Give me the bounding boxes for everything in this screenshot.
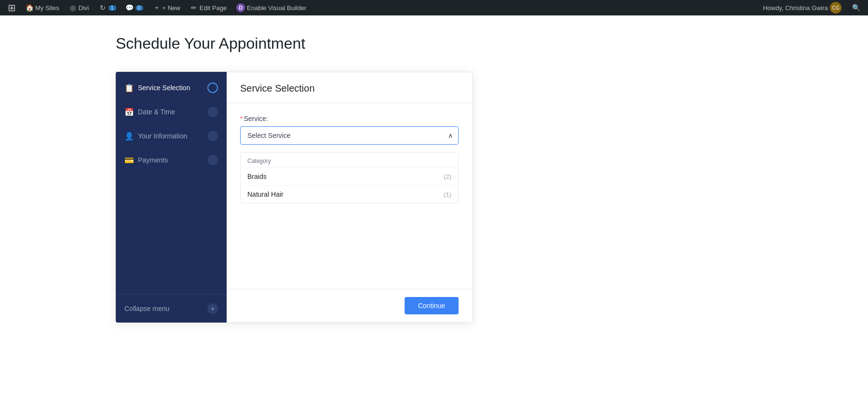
dropdown-category-header: Category [241, 153, 458, 167]
admin-bar-my-sites[interactable]: 🏠 My Sites [22, 0, 63, 15]
payment-icon: 💳 [124, 156, 133, 165]
sidebar-label-info: Your Information [138, 132, 187, 140]
admin-bar-updates[interactable]: ↻ 1 [95, 0, 120, 15]
content-panel: Service Selection *Service: Select Servi… [227, 72, 473, 323]
date-time-icon: 📅 [124, 108, 133, 117]
wp-logo-icon[interactable]: ⊞ [4, 2, 20, 14]
updates-icon: ↻ [99, 4, 107, 12]
pencil-icon: ✏ [190, 4, 198, 12]
service-field-label: *Service: [240, 115, 459, 122]
service-selection-icon: 📋 [124, 83, 133, 93]
admin-bar-new[interactable]: ＋ + New [149, 0, 184, 15]
admin-bar-howdy[interactable]: Howdy, Christina Gwira CG [759, 0, 845, 15]
sidebar-item-date-time[interactable]: 📅 Date & Time [116, 100, 227, 124]
step-indicator-4 [207, 155, 218, 165]
admin-bar-visual-builder[interactable]: D Enable Visual Builder [232, 0, 310, 15]
collapse-plus-icon: + [207, 303, 218, 314]
dropdown-item-braids-count: (2) [444, 173, 451, 180]
sidebar-items: 📋 Service Selection 📅 Date & Time 👤 [116, 72, 227, 294]
service-dropdown-list: Category Braids (2) Natural Hair (1) [240, 152, 459, 203]
admin-bar-comments[interactable]: 💬 0 [122, 0, 147, 15]
step-indicator-3 [207, 131, 218, 141]
dropdown-item-natural-hair-label: Natural Hair [247, 190, 284, 198]
comments-icon: 💬 [126, 4, 134, 12]
dropdown-item-natural-hair-count: (1) [444, 191, 451, 198]
admin-bar-left: ⊞ 🏠 My Sites ◎ Divi ↻ 1 💬 0 ＋ + New ✏ Ed… [4, 0, 759, 15]
sidebar: 📋 Service Selection 📅 Date & Time 👤 [116, 72, 227, 323]
sidebar-item-payments[interactable]: 💳 Payments [116, 148, 227, 172]
dropdown-item-natural-hair[interactable]: Natural Hair (1) [241, 185, 458, 203]
content-title: Service Selection [240, 83, 459, 94]
collapse-label: Collapse menu [124, 305, 169, 312]
avatar: CG [830, 2, 841, 14]
sidebar-label-service: Service Selection [138, 84, 190, 92]
admin-bar-right: Howdy, Christina Gwira CG 🔍 [759, 0, 864, 15]
step-indicator-2 [207, 107, 218, 117]
page-title: Schedule Your Appointment [116, 35, 752, 53]
dropdown-item-braids-label: Braids [247, 173, 267, 180]
sidebar-label-datetime: Date & Time [138, 108, 175, 116]
admin-bar-edit-page[interactable]: ✏ Edit Page [186, 0, 231, 15]
service-select-wrapper: Select Service ∧ [240, 126, 459, 145]
step-indicator-1 [207, 82, 218, 93]
divi-icon: ◎ [69, 4, 77, 12]
content-footer: Continue [227, 289, 472, 322]
required-star: * [240, 115, 243, 122]
plus-icon: ＋ [153, 4, 161, 12]
dropdown-item-braids[interactable]: Braids (2) [241, 167, 458, 185]
content-header: Service Selection [227, 72, 472, 103]
collapse-menu[interactable]: Collapse menu + [116, 294, 227, 323]
service-select-input[interactable]: Select Service [240, 126, 459, 145]
continue-button[interactable]: Continue [405, 297, 459, 314]
admin-bar-divi[interactable]: ◎ Divi [65, 0, 93, 15]
main-content: Schedule Your Appointment 📋 Service Sele… [0, 15, 868, 405]
sidebar-item-service-selection[interactable]: 📋 Service Selection [116, 76, 227, 100]
admin-bar: ⊞ 🏠 My Sites ◎ Divi ↻ 1 💬 0 ＋ + New ✏ Ed… [0, 0, 868, 15]
sidebar-item-your-information[interactable]: 👤 Your Information [116, 124, 227, 148]
sidebar-label-payments: Payments [138, 156, 168, 164]
content-body: *Service: Select Service ∧ Category Brai… [227, 103, 472, 289]
divi-badge-icon: D [236, 3, 245, 12]
search-icon[interactable]: 🔍 [848, 4, 864, 12]
appointment-widget: 📋 Service Selection 📅 Date & Time 👤 [116, 72, 473, 323]
home-icon: 🏠 [26, 4, 33, 12]
person-icon: 👤 [124, 132, 133, 141]
